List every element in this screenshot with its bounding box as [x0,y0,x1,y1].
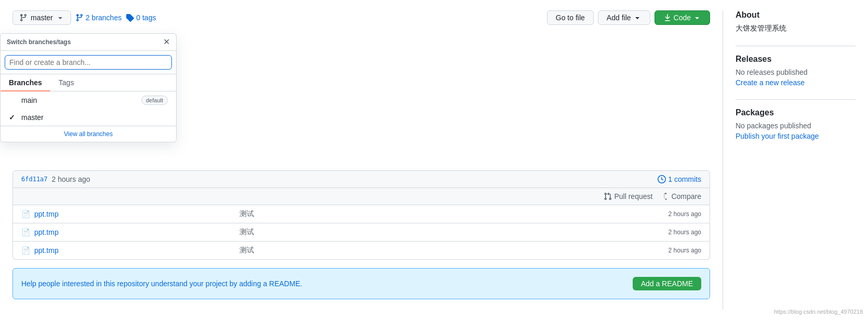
branches-text: branches [92,14,122,22]
branches-count: 2 [86,14,90,22]
commit-hash: 6fd11a7 [21,176,48,183]
pr-icon [604,192,612,201]
branches-link[interactable]: 2 branches [75,14,122,22]
file-name-link[interactable]: ppt.tmp [34,228,239,236]
dropdown-branch-list: main default ✓ master [1,91,176,126]
chevron-down-icon [633,14,642,22]
publish-package-link[interactable]: Publish your first package [736,132,819,140]
dropdown-close-button[interactable]: ✕ [163,38,170,46]
branch-name-main: main [21,96,137,104]
file-icon: 📄 [21,210,30,218]
annotation: https://blog.csdn.net/blog_4970218 [774,309,863,315]
sidebar-divider [736,99,856,100]
toolbar: master 2 branches 0 tags [12,10,710,25]
file-time: 2 hours ago [649,210,701,218]
chevron-down-icon [693,14,701,22]
pull-request-link[interactable]: Pull request [604,192,652,201]
table-row: 📄 ppt.tmp 测试 2 hours ago [13,223,710,241]
commit-bar-right: 1 commits [658,175,701,183]
branch-name-master: master [21,113,168,122]
file-message: 测试 [239,246,649,255]
file-time: 2 hours ago [649,229,701,236]
branch-dropdown: Switch branches/tags ✕ Branches Tags mai… [0,33,177,142]
packages-title: Packages [736,108,856,117]
compare-link[interactable]: Compare [661,192,701,201]
file-message: 测试 [239,209,649,219]
file-time: 2 hours ago [649,247,701,254]
tag-icon [126,14,134,22]
commits-count: 1 commits [668,175,701,183]
sidebar: About 大饼发管理系统 Releases No releases publi… [723,10,868,310]
file-icon: 📄 [21,228,30,236]
tags-text: tags [142,14,156,22]
commit-bar: 6fd11a7 2 hours ago 1 commits [12,170,710,188]
check-icon [9,96,17,104]
sidebar-releases-section: Releases No releases published Create a … [736,55,856,87]
readme-banner-text: Help people interested in this repositor… [21,279,302,288]
branch-default-badge: default [141,96,168,105]
table-row: 📄 ppt.tmp 测试 2 hours ago [13,205,710,223]
compare-text: Compare [671,192,701,201]
tags-link[interactable]: 0 tags [126,14,156,22]
add-file-button[interactable]: Add file [598,10,650,25]
dropdown-title: Switch branches/tags [7,38,71,46]
download-icon [663,14,672,22]
file-name-link[interactable]: ppt.tmp [34,210,239,218]
compare-icon [661,192,669,201]
commit-bar-left: 6fd11a7 2 hours ago [21,175,90,183]
tab-tags[interactable]: Tags [50,74,83,91]
branch-label: master [31,14,53,22]
releases-title: Releases [736,55,856,64]
about-title: About [736,10,856,20]
branches-icon [75,14,84,22]
dropdown-header: Switch branches/tags ✕ [1,34,176,51]
readme-banner: Help people interested in this repositor… [12,268,710,299]
toolbar-right: Go to file Add file Code [547,10,710,25]
commit-time: 2 hours ago [52,175,90,183]
branch-search-input[interactable] [5,55,172,70]
tab-branches[interactable]: Branches [1,74,50,91]
sidebar-packages-section: Packages No packages published Publish y… [736,108,856,140]
packages-none: No packages published [736,122,856,130]
check-icon: ✓ [9,113,17,122]
file-icon: 📄 [21,246,30,255]
file-name-link[interactable]: ppt.tmp [34,246,239,255]
pr-compare-bar: Pull request Compare [12,188,710,205]
branch-icon [19,14,28,22]
branch-selector-button[interactable]: master [12,10,71,25]
releases-none: No releases published [736,68,856,76]
dropdown-tabs: Branches Tags [1,74,176,91]
pr-text: Pull request [614,192,652,201]
sidebar-divider [736,46,856,46]
sidebar-about-section: About 大饼发管理系统 [736,10,856,33]
tags-count: 0 [136,14,140,22]
add-readme-button[interactable]: Add a README [633,277,701,290]
clock-icon [658,175,666,183]
create-release-link[interactable]: Create a new release [736,78,805,87]
file-table: 📄 ppt.tmp 测试 2 hours ago 📄 ppt.tmp 测试 2 … [12,205,710,260]
branch-item-master[interactable]: ✓ master [1,109,176,126]
dropdown-search-area [1,51,176,74]
goto-file-button[interactable]: Go to file [547,10,594,25]
code-button[interactable]: Code [655,10,710,25]
file-message: 测试 [239,228,649,237]
about-description: 大饼发管理系统 [736,24,856,33]
chevron-down-icon [56,14,64,22]
table-row: 📄 ppt.tmp 测试 2 hours ago [13,241,710,259]
view-all-branches-link[interactable]: View all branches [1,126,176,142]
branch-item-main[interactable]: main default [1,91,176,109]
commits-link[interactable]: 1 commits [658,175,701,183]
